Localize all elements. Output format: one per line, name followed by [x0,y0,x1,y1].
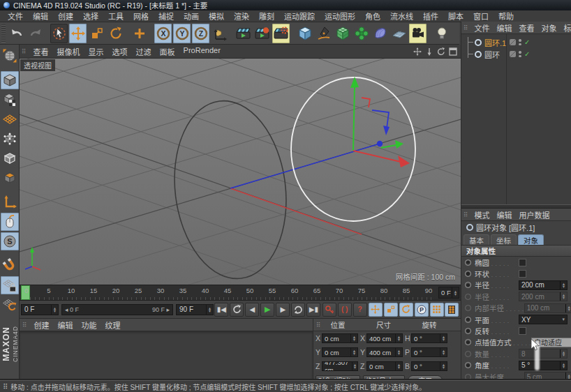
menu-item[interactable]: 选择 [78,10,103,22]
subdivision-surface-button[interactable] [334,24,351,43]
viewport-menu-item[interactable]: 面板 [156,45,179,58]
mograph-cloner-button[interactable] [353,24,370,43]
keyframe-circle-icon[interactable] [465,328,471,334]
material-menu-item[interactable]: 纹理 [101,319,125,331]
circle-spline-icon[interactable] [475,51,482,58]
position-x-field[interactable]: 0 cm▲▼ [322,333,358,343]
panel-handle-icon[interactable]: ⠿ [464,211,468,218]
play-reverse-button[interactable] [230,303,244,317]
menu-item[interactable]: 流水线 [385,10,418,22]
autokey-button[interactable]: ( ) [338,303,352,317]
panel-handle-icon[interactable]: ⠿ [22,322,27,329]
visibility-dots-icon[interactable] [519,39,521,45]
timeline-ticks[interactable]: 051015202530354045505560657075808590 [21,285,434,300]
visibility-dots-icon[interactable] [519,51,521,57]
frame-range-slider[interactable]: ◂ 0 F90 F ▸ [61,304,173,315]
next-key-button[interactable]: ▶ [276,303,290,317]
menu-item[interactable]: 模拟 [204,10,229,22]
pan-view-icon[interactable] [413,47,422,56]
spinner-icon[interactable]: ▲▼ [206,305,213,315]
move-tool-button[interactable] [69,24,87,43]
keyframe-circle-icon[interactable] [465,282,471,288]
scale-tool-button[interactable] [88,24,105,43]
light-button[interactable] [433,24,450,43]
axis-mode-button[interactable] [1,193,19,211]
render-settings-region-button[interactable] [253,24,271,43]
radius-field[interactable]: 200 cm▲▼ [519,280,568,290]
viewport-menu-item[interactable]: 选项 [108,45,132,58]
object-name[interactable]: 圆环.1 [484,37,506,48]
menu-item[interactable]: 捕捉 [154,10,179,22]
toolbar-grip[interactable] [1,24,6,43]
play-button[interactable]: ▶ [260,303,274,317]
object-row[interactable]: 圆环.1 ✓ [461,36,571,48]
object-row[interactable]: 圆环 ✓ [461,48,571,60]
range-start-field[interactable]: 0 F▲▼ [21,304,59,315]
angle-field[interactable]: 5 °▲▼ [519,361,568,370]
menu-item[interactable]: 帮助 [494,10,519,22]
viewport-canvas[interactable]: 透视视图 网格间距 : 100 cm [20,59,461,285]
lock-z-axis-button[interactable]: Z [192,24,209,43]
record-parameter-toggle[interactable]: P [415,303,429,317]
viewport-menu-item[interactable]: 查看 [29,45,53,58]
camera-button[interactable] [409,24,427,43]
tab-coordinates[interactable]: 坐标 [491,234,517,245]
workplane-lock-button[interactable] [1,276,19,294]
live-selection-button[interactable] [50,24,68,43]
lock-x-axis-button[interactable]: X [154,24,172,43]
soft-selection-button[interactable]: S [1,232,19,250]
record-keyframe-button[interactable] [322,303,336,317]
attribute-menu-item[interactable]: 模式 [471,209,494,221]
object-manager-menu-item[interactable]: 编辑 [494,22,516,34]
menu-item[interactable]: 雕刻 [254,10,279,22]
undo-button[interactable] [8,24,25,43]
size-y-field[interactable]: 400 cm▲▼ [366,347,403,357]
record-scale-toggle[interactable] [384,303,398,317]
object-manager-menu-item[interactable]: 文件 [471,22,494,34]
enabled-check-icon[interactable]: ✓ [524,38,530,46]
current-frame-field[interactable]: 0 F▲▼ [438,287,459,299]
panel-handle-icon[interactable]: ⠿ [464,24,468,31]
menu-item[interactable]: 工具 [103,10,128,22]
keyframe-circle-icon[interactable] [465,339,471,345]
menu-item[interactable]: 创建 [53,10,78,22]
goto-end-button[interactable]: ▶▮ [306,303,320,317]
viewport-menu-item[interactable]: 过滤 [132,45,156,58]
position-z-field[interactable]: 477.307 cm▲▼ [322,361,358,371]
menu-item[interactable]: 动画 [179,10,204,22]
menu-item[interactable]: 运动图形 [320,10,360,22]
spinner-icon[interactable]: ▲▼ [452,287,459,298]
workplane-mode-button[interactable] [1,110,19,128]
object-manager-menu-item[interactable]: 标签 [561,22,571,34]
panel-handle-icon[interactable]: ⠿ [22,48,27,55]
add-primitive-button[interactable] [296,24,313,43]
render-view-button[interactable] [235,24,252,43]
environment-floor-button[interactable] [390,24,408,43]
model-mode-button[interactable] [1,71,19,89]
layer-tag-icon[interactable] [510,39,516,45]
rotation-h-field[interactable]: 0 °▲▼ [411,333,447,343]
object-manager-menu-item[interactable]: 查看 [516,22,538,34]
polygons-mode-button[interactable] [1,169,19,187]
ellipse-checkbox[interactable] [519,259,526,266]
add-spline-button[interactable] [315,24,332,43]
object-properties-header[interactable]: 对象属性 [461,246,571,257]
rotation-b-field[interactable]: 0 °▲▼ [411,361,447,371]
panel-handle-icon[interactable]: ⠿ [316,322,321,329]
redo-button[interactable] [27,24,44,43]
material-menu-item[interactable]: 功能 [77,319,101,331]
size-z-field[interactable]: 0 cm▲▼ [366,361,403,371]
rotate-tool-button[interactable] [107,24,124,43]
menu-item[interactable]: 运动跟踪 [279,10,320,22]
make-editable-button[interactable] [1,47,19,65]
snap-button[interactable] [1,257,19,275]
viewport-menu-item[interactable]: ProRender [179,45,225,58]
enabled-check-icon[interactable]: ✓ [524,50,530,58]
keyframe-circle-icon[interactable] [465,317,471,323]
lock-y-axis-button[interactable]: Y [173,24,191,43]
plane-dropdown[interactable]: XY▾ [519,315,568,324]
viewport-solo-button[interactable] [1,213,19,231]
loop-button[interactable] [291,303,305,317]
keyframe-selection-button[interactable]: ? [353,303,367,317]
range-end-field[interactable]: 90 F▲▼ [176,304,214,315]
